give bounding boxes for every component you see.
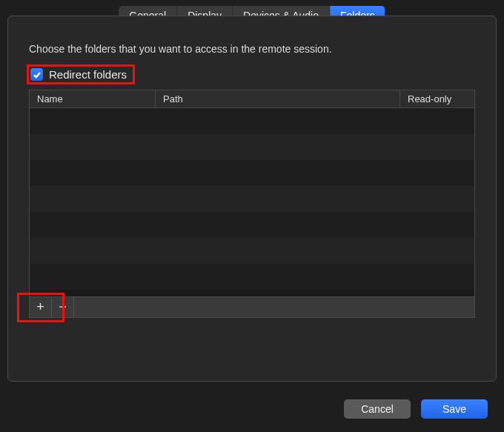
column-path[interactable]: Path [156,90,400,107]
preferences-window: General Display Devices & Audio Folders … [7,0,497,432]
table-row[interactable] [30,108,474,134]
redirect-folders-checkbox[interactable] [30,68,43,81]
column-readonly[interactable]: Read-only [400,90,474,107]
panel-description: Choose the folders that you want to acce… [29,43,475,55]
table-row[interactable] [30,186,474,212]
cancel-button[interactable]: Cancel [344,399,411,419]
remove-folder-button[interactable]: − [52,297,74,317]
table-row[interactable] [30,160,474,186]
table-row[interactable] [30,134,474,160]
footer-spacer [74,297,474,317]
save-button[interactable]: Save [421,399,488,419]
folders-table: Name Path Read-only + − [29,90,475,318]
redirect-folders-row[interactable]: Redirect folders [29,67,133,82]
table-row[interactable] [30,212,474,238]
dialog-buttons: Cancel Save [344,399,488,419]
redirect-folders-label: Redirect folders [49,68,127,81]
table-footer: + − [30,296,474,317]
folders-panel: Choose the folders that you want to acce… [7,16,497,382]
add-folder-button[interactable]: + [30,297,52,317]
table-header: Name Path Read-only [30,90,474,108]
column-name[interactable]: Name [30,90,156,107]
table-row[interactable] [30,238,474,264]
table-row[interactable] [30,264,474,290]
plus-icon: + [36,299,44,315]
table-body[interactable] [30,108,474,296]
minus-icon: − [59,299,67,315]
